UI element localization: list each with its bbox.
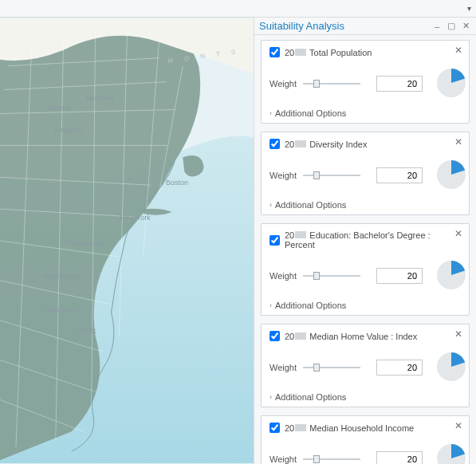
weight-label: Weight — [269, 454, 297, 464]
criteria-title: 20 Education: Bachelor's Degree : Percen… — [285, 230, 461, 250]
weight-pie-icon — [435, 159, 467, 192]
weight-pie-icon — [435, 351, 467, 384]
year-blur — [295, 140, 306, 147]
panel-body: ✕ 20 Total Population Weight › Additiona… — [254, 35, 476, 464]
criteria-name: Total Population — [309, 48, 372, 57]
panel-minimize-button[interactable]: – — [431, 21, 443, 32]
weight-input[interactable] — [376, 167, 423, 183]
chevron-right-icon: › — [269, 301, 272, 309]
additional-options-toggle[interactable]: › Additional Options — [269, 301, 461, 310]
criteria-title: 20 Median Home Value : Index — [285, 332, 417, 341]
criteria-card: ✕ 20 Total Population Weight › Additiona… — [261, 40, 470, 124]
additional-options-label: Additional Options — [275, 301, 346, 310]
additional-options-label: Additional Options — [275, 392, 346, 402]
chevron-right-icon: › — [269, 109, 272, 117]
weight-slider[interactable] — [303, 454, 360, 464]
chevron-right-icon: › — [269, 201, 272, 209]
weight-slider[interactable] — [303, 362, 360, 373]
year-prefix: 20 — [285, 140, 294, 149]
weight-pie-icon — [435, 259, 467, 293]
criteria-name: Median Household Income — [309, 423, 414, 433]
criteria-title: 20 Total Population — [285, 48, 372, 57]
panel-restore-button[interactable]: ▢ — [446, 21, 457, 32]
weight-label: Weight — [269, 171, 297, 180]
remove-criteria-button[interactable]: ✕ — [454, 421, 462, 431]
year-blur — [295, 332, 306, 340]
criteria-card: ✕ 20 Education: Bachelor's Degree : Perc… — [261, 223, 470, 316]
year-prefix: 20 — [285, 423, 294, 433]
year-blur — [295, 424, 306, 431]
weight-slider[interactable] — [303, 78, 360, 89]
additional-options-label: Additional Options — [275, 200, 346, 210]
toolbar-dropdown-caret[interactable]: ▾ — [467, 4, 471, 13]
weight-label: Weight — [269, 271, 297, 281]
additional-options-label: Additional Options — [275, 108, 346, 118]
remove-criteria-button[interactable]: ✕ — [454, 229, 462, 238]
year-blur — [295, 231, 306, 238]
criteria-name: Median Home Value : Index — [309, 332, 417, 341]
map-canvas — [0, 18, 254, 464]
additional-options-toggle[interactable]: › Additional Options — [269, 392, 461, 402]
year-prefix: 20 — [285, 332, 294, 341]
criteria-title: 20 Diversity Index — [285, 140, 367, 149]
weight-label: Weight — [269, 363, 297, 372]
weight-input[interactable] — [376, 268, 423, 284]
criteria-enable-checkbox[interactable] — [269, 423, 280, 433]
criteria-card: ✕ 20 Median Household Income Weight › Ad… — [261, 415, 470, 464]
criteria-enable-checkbox[interactable] — [269, 139, 280, 149]
panel-header: Suitability Analysis – ▢ ✕ — [254, 18, 476, 35]
weight-input[interactable] — [376, 451, 423, 464]
remove-criteria-button[interactable]: ✕ — [454, 329, 462, 339]
criteria-name: Diversity Index — [309, 140, 367, 149]
weight-slider[interactable] — [303, 170, 360, 181]
year-blur — [295, 49, 306, 56]
additional-options-toggle[interactable]: › Additional Options — [269, 200, 461, 210]
year-prefix: 20 — [285, 230, 294, 240]
top-toolbar: ▾ — [0, 0, 476, 18]
weight-input[interactable] — [376, 76, 423, 92]
criteria-name: Education: Bachelor's Degree : Percent — [285, 230, 431, 250]
criteria-enable-checkbox[interactable] — [269, 47, 280, 57]
weight-pie-icon — [435, 442, 467, 464]
criteria-card: ✕ 20 Median Home Value : Index Weight › … — [261, 324, 470, 407]
remove-criteria-button[interactable]: ✕ — [454, 45, 462, 55]
weight-slider[interactable] — [303, 270, 360, 281]
criteria-card: ✕ 20 Diversity Index Weight › Additional… — [261, 132, 470, 215]
chevron-right-icon: › — [269, 393, 272, 401]
additional-options-toggle[interactable]: › Additional Options — [269, 108, 461, 118]
suitability-panel: Suitability Analysis – ▢ ✕ ✕ 20 Total Po… — [254, 18, 476, 464]
year-prefix: 20 — [285, 48, 294, 57]
weight-label: Weight — [269, 79, 297, 88]
panel-title: Suitability Analysis — [259, 20, 428, 32]
panel-close-button[interactable]: ✕ — [460, 21, 471, 32]
weight-pie-icon — [435, 67, 467, 100]
criteria-enable-checkbox[interactable] — [269, 331, 280, 341]
criteria-title: 20 Median Household Income — [285, 423, 414, 433]
weight-input[interactable] — [376, 360, 423, 376]
map-view[interactable]: M O N T S Ottawa Montréal Kingston Bosto… — [0, 18, 254, 464]
remove-criteria-button[interactable]: ✕ — [454, 137, 462, 147]
criteria-enable-checkbox[interactable] — [269, 235, 280, 246]
